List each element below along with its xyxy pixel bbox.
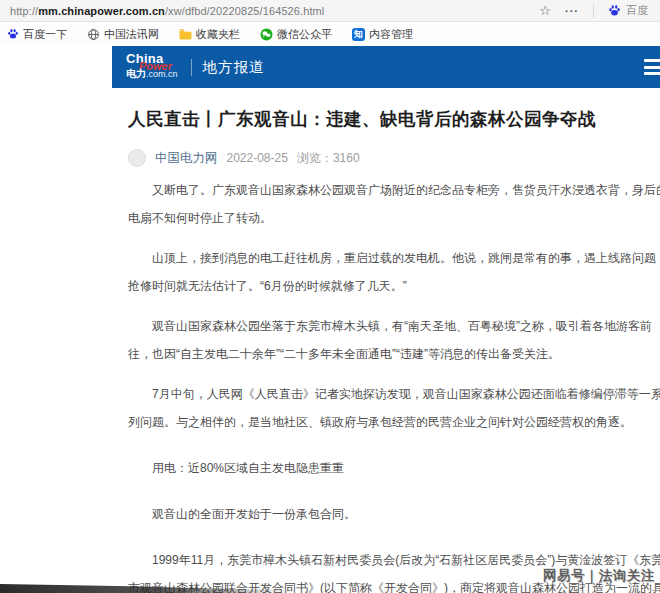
globe-icon (87, 28, 100, 41)
menu-icon[interactable] (644, 59, 660, 79)
bookmark-label: 收藏夹栏 (196, 27, 240, 42)
toolbar-divider (593, 4, 594, 18)
bookmark-label: 中国法讯网 (104, 27, 159, 42)
article: 人民直击丨广东观音山：违建、缺电背后的森林公园争夺战 中国电力网 2022-08… (128, 100, 660, 593)
bookmark-china-faxun[interactable]: 中国法讯网 (87, 27, 159, 42)
url-host: mm.chinapower.com.cn (38, 5, 165, 17)
profile-button[interactable]: 百度 (608, 3, 652, 18)
wechat-icon (260, 28, 273, 41)
bookmark-label: 内容管理 (369, 27, 413, 42)
section-subheading: 用电：近80%区域自主发电隐患重重 (128, 454, 660, 482)
section-title[interactable]: 地方报道 (203, 58, 265, 77)
source-link[interactable]: 中国电力网 (155, 150, 218, 167)
logo-text-suffix: .com.cn (146, 69, 178, 79)
folder-icon (179, 28, 192, 41)
bookmark-label: 微信公众平 (277, 27, 332, 42)
netease-watermark: 网易号｜法询关注 (543, 567, 655, 585)
paragraph: 7月中旬，人民网《人民直击》记者实地探访发现，观音山国家森林公园还面临着修编停滞… (128, 380, 660, 436)
browser-window: http://mm.chinapower.com.cn/xw/dfbd/2022… (0, 0, 660, 593)
zhihu-icon: 知 (352, 28, 365, 41)
profile-label: 百度 (626, 3, 648, 18)
source-avatar (128, 149, 146, 167)
paragraph: 观音山的全面开发始于一份承包合同。 (128, 500, 660, 528)
paragraph: 观音山国家森林公园坐落于东莞市樟木头镇，有“南天圣地、百粤秘境”之称，吸引着各地… (128, 312, 660, 368)
bookmark-favorites-folder[interactable]: 收藏夹栏 (179, 27, 240, 42)
baidu-paw-icon (608, 4, 621, 17)
url-scheme: http:// (10, 5, 38, 17)
article-title: 人民直击丨广东观音山：违建、缺电背后的森林公园争夺战 (128, 106, 660, 132)
bookmark-content-admin[interactable]: 知 内容管理 (352, 27, 413, 42)
bookmark-wechat[interactable]: 微信公众平 (260, 27, 332, 42)
more-options-icon[interactable]: ··· (565, 5, 579, 17)
logo-text-cn: 电力 (126, 68, 146, 79)
paragraph: 又断电了。广东观音山国家森林公园观音广场附近的纪念品专柜旁，售货员汗水浸透衣背，… (128, 176, 660, 232)
chinapower-logo[interactable]: China Power 电力.com.cn (126, 52, 178, 82)
address-input[interactable]: http://mm.chinapower.com.cn/xw/dfbd/2022… (10, 5, 324, 17)
url-path: /xw/dfbd/20220825/164526.html (165, 5, 324, 17)
url-bar: http://mm.chinapower.com.cn/xw/dfbd/2022… (0, 0, 660, 22)
bookmark-label: 百度一下 (23, 27, 67, 42)
favorite-star-icon[interactable]: ☆ (539, 4, 551, 17)
baidu-paw-icon (6, 28, 19, 41)
bookmarks-bar: 百度一下 中国法讯网 收藏夹栏 (0, 23, 660, 45)
header-divider (191, 59, 192, 76)
publish-date: 2022-08-25 (227, 151, 288, 165)
bookmark-baidu[interactable]: 百度一下 (6, 27, 67, 42)
view-count: 浏览：3160 (297, 150, 360, 167)
article-meta: 中国电力网 2022-08-25 浏览：3160 (128, 148, 660, 168)
paragraph: 山顶上，接到消息的电工赶往机房，重启过载的发电机。他说，跳闸是常有的事，遇上线路… (128, 244, 660, 300)
site-header: China Power 电力.com.cn 地方报道 (112, 46, 660, 88)
article-content: 又断电了。广东观音山国家森林公园观音广场附近的纪念品专柜旁，售货员汗水浸透衣背，… (128, 176, 660, 593)
